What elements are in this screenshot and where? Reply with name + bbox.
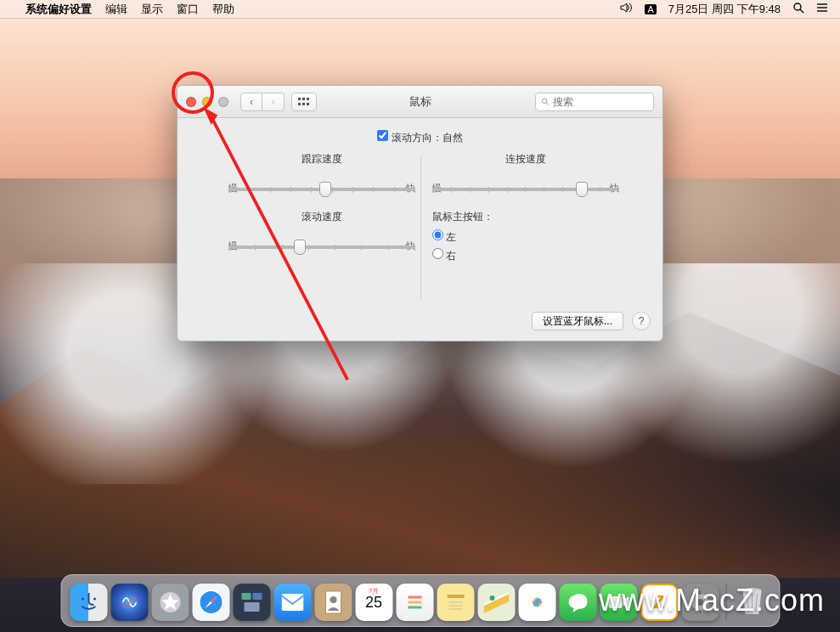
nav-forward-button[interactable]: › — [262, 93, 285, 111]
primary-left-radio[interactable] — [432, 229, 443, 240]
setup-bluetooth-mouse-button[interactable]: 设置蓝牙鼠标... — [532, 312, 623, 330]
svg-rect-7 — [307, 98, 309, 100]
window-minimize-button[interactable] — [202, 97, 212, 107]
svg-point-16 — [93, 598, 96, 601]
window-title: 鼠标 — [409, 94, 431, 110]
dock-mail-icon[interactable] — [273, 584, 311, 621]
svg-point-0 — [794, 3, 801, 10]
primary-button-label: 鼠标主按钮： — [432, 210, 619, 224]
help-button[interactable]: ? — [632, 312, 651, 330]
watermark-text: www.MacZ.com — [599, 583, 825, 618]
double-click-speed-slider[interactable]: 慢快 — [432, 182, 619, 211]
menu-window[interactable]: 窗口 — [177, 2, 199, 17]
dock-mission-control-icon[interactable] — [233, 584, 270, 621]
search-field[interactable] — [535, 93, 654, 111]
dock-reminders-icon[interactable] — [396, 584, 433, 621]
svg-rect-6 — [302, 98, 305, 100]
svg-rect-5 — [298, 98, 301, 100]
scroll-direction-checkbox-row[interactable]: 滚动方向：自然 — [377, 132, 462, 144]
svg-rect-22 — [241, 593, 251, 600]
scroll-speed-label: 滚动速度 — [228, 210, 415, 224]
svg-rect-23 — [252, 593, 262, 600]
menu-help[interactable]: 帮助 — [212, 2, 234, 17]
dock-finder-icon[interactable] — [70, 584, 107, 621]
tracking-speed-slider[interactable]: 慢快 — [228, 182, 415, 211]
svg-line-1 — [800, 9, 803, 13]
svg-rect-8 — [298, 103, 301, 105]
notifications-icon[interactable] — [816, 3, 828, 15]
tracking-speed-label: 跟踪速度 — [228, 152, 415, 166]
svg-point-35 — [489, 595, 494, 601]
tracking-speed-group: 跟踪速度 慢快 — [228, 152, 415, 211]
primary-right-radio-row[interactable]: 右 — [432, 246, 619, 265]
menu-edit[interactable]: 编辑 — [105, 2, 127, 17]
svg-rect-25 — [281, 594, 303, 611]
window-close-button[interactable] — [186, 97, 196, 107]
scroll-speed-slider[interactable]: 慢快 — [228, 240, 415, 268]
svg-point-11 — [542, 99, 547, 104]
dock-contacts-icon[interactable] — [314, 584, 352, 621]
scroll-direction-label: 滚动方向：自然 — [392, 132, 463, 144]
svg-rect-31 — [447, 595, 464, 598]
search-input[interactable] — [553, 96, 648, 108]
primary-left-radio-row[interactable]: 左 — [432, 228, 619, 246]
dock-launchpad-icon[interactable] — [151, 584, 189, 621]
double-click-speed-group: 连按速度 慢快 — [432, 152, 619, 211]
window-zoom-button[interactable] — [218, 97, 228, 107]
dock-calendar-icon[interactable]: 7月25 — [355, 584, 392, 621]
volume-menu-icon[interactable] — [620, 3, 633, 15]
dock-maps-icon[interactable] — [477, 584, 515, 621]
dock-messages-icon[interactable] — [559, 584, 596, 621]
svg-rect-10 — [307, 103, 309, 105]
svg-rect-9 — [302, 103, 305, 105]
dock-siri-icon[interactable] — [110, 584, 148, 621]
nav-back-button[interactable]: ‹ — [240, 93, 262, 111]
datetime[interactable]: 7月25日 周四 下午9:48 — [668, 2, 781, 17]
window-titlebar[interactable]: ‹ › 鼠标 — [178, 86, 662, 118]
show-all-button[interactable] — [291, 93, 317, 111]
scroll-speed-group: 滚动速度 慢快 — [228, 210, 415, 268]
input-source-icon[interactable]: A — [645, 4, 656, 14]
scroll-direction-checkbox[interactable] — [377, 130, 388, 141]
svg-point-15 — [82, 598, 84, 601]
svg-point-27 — [330, 596, 336, 603]
double-click-speed-label: 连按速度 — [432, 152, 619, 166]
app-menu[interactable]: 系统偏好设置 — [25, 2, 92, 17]
dock-safari-icon[interactable] — [192, 584, 229, 621]
spotlight-icon[interactable] — [792, 2, 804, 16]
dock-notes-icon[interactable] — [437, 584, 474, 621]
vertical-divider — [420, 155, 421, 300]
svg-rect-24 — [244, 602, 259, 612]
menu-view[interactable]: 显示 — [141, 2, 163, 17]
dock-photos-icon[interactable] — [518, 584, 555, 621]
menu-bar: 系统偏好设置 编辑 显示 窗口 帮助 A 7月25日 周四 下午9:48 — [0, 0, 840, 19]
primary-button-group: 鼠标主按钮： 左 右 — [432, 210, 619, 265]
svg-line-12 — [546, 103, 549, 105]
preferences-window: ‹ › 鼠标 滚动方向：自然 跟踪速度 慢快 — [177, 85, 663, 341]
primary-right-radio[interactable] — [432, 248, 443, 259]
